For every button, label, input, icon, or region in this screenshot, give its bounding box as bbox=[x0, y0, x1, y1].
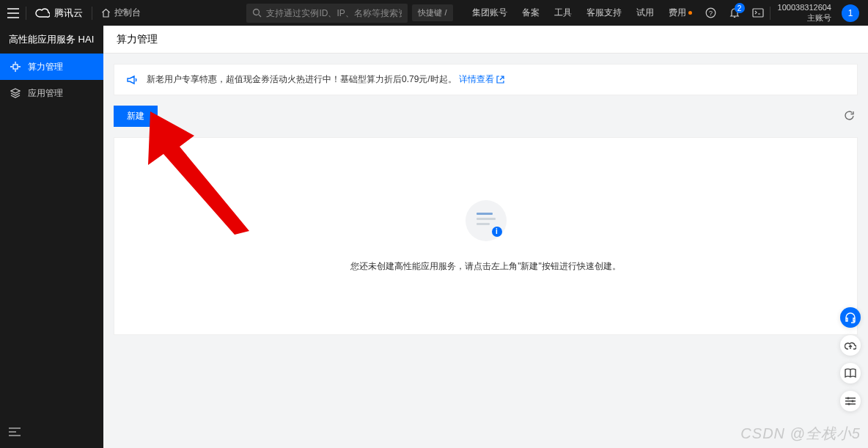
nav-help[interactable]: ? bbox=[699, 0, 723, 26]
shell: 高性能应用服务 HAI 算力管理 应用管理 算力管理 新老用户专享特惠，超值现金… bbox=[0, 26, 868, 448]
account-label: 主账号 bbox=[778, 13, 831, 23]
refresh-icon bbox=[844, 110, 855, 121]
nav-trial[interactable]: 试用 bbox=[629, 0, 661, 26]
help-circle-icon: ? bbox=[705, 7, 716, 18]
terminal-icon bbox=[752, 8, 764, 18]
page-title: 算力管理 bbox=[103, 26, 868, 54]
sidebar-item-compute[interactable]: 算力管理 bbox=[0, 54, 103, 80]
notice-banner: 新老用户专享特惠，超值现金券活动火热进行中！基础型算力折后0.79元/时起。 详… bbox=[114, 64, 858, 95]
sliders-icon bbox=[845, 397, 856, 405]
dot-indicator-icon bbox=[688, 11, 692, 15]
brand[interactable]: 腾讯云 bbox=[26, 7, 92, 20]
fab-feedback[interactable] bbox=[840, 335, 861, 356]
console-text: 控制台 bbox=[114, 7, 141, 19]
main: 算力管理 新老用户专享特惠，超值现金券活动火热进行中！基础型算力折后0.79元/… bbox=[103, 26, 868, 448]
svg-rect-4 bbox=[13, 65, 18, 69]
empty-panel: i 您还未创建高性能应用服务，请点击左上角"新建"按钮进行快速创建。 bbox=[114, 137, 858, 335]
menu-toggle[interactable] bbox=[0, 0, 26, 26]
new-button[interactable]: 新建 bbox=[114, 106, 158, 127]
console-link[interactable]: 控制台 bbox=[92, 7, 150, 19]
nav-tools[interactable]: 工具 bbox=[547, 0, 579, 26]
megaphone-icon bbox=[126, 74, 138, 86]
brand-text: 腾讯云 bbox=[54, 7, 83, 20]
hotkey-hint: 快捷键 / bbox=[412, 4, 452, 21]
sidebar-item-apps[interactable]: 应用管理 bbox=[0, 80, 103, 106]
svg-text:?: ? bbox=[709, 10, 713, 17]
top-nav-left: 腾讯云 控制台 bbox=[0, 0, 150, 26]
document-icon bbox=[477, 213, 496, 228]
cloud-up-icon bbox=[845, 340, 856, 350]
info-badge-icon: i bbox=[492, 227, 502, 237]
sidebar-title: 高性能应用服务 HAI bbox=[0, 26, 103, 54]
global-search[interactable] bbox=[246, 4, 408, 23]
svg-point-7 bbox=[851, 400, 853, 402]
sidebar-collapse[interactable] bbox=[9, 427, 21, 439]
home-icon bbox=[101, 8, 111, 18]
svg-rect-3 bbox=[753, 9, 763, 17]
refresh-button[interactable] bbox=[841, 107, 858, 126]
sidebar: 高性能应用服务 HAI 算力管理 应用管理 bbox=[0, 26, 103, 448]
notif-badge: 2 bbox=[735, 3, 745, 13]
notice-text: 新老用户专享特惠，超值现金券活动火热进行中！基础型算力折后0.79元/时起。 详… bbox=[147, 73, 504, 86]
sidebar-item-label: 算力管理 bbox=[28, 61, 63, 73]
toolbar: 新建 bbox=[114, 106, 858, 127]
nav-cloudshell[interactable] bbox=[746, 0, 770, 26]
headset-icon bbox=[845, 312, 856, 323]
nav-notifications[interactable]: 2 bbox=[723, 0, 746, 26]
external-link-icon bbox=[496, 76, 504, 84]
fab-settings[interactable] bbox=[840, 391, 861, 411]
collapse-icon bbox=[9, 427, 21, 437]
svg-point-8 bbox=[847, 403, 850, 405]
cloud-logo-icon bbox=[35, 8, 50, 18]
sidebar-item-label: 应用管理 bbox=[28, 87, 63, 100]
empty-illustration: i bbox=[466, 200, 507, 241]
avatar[interactable]: 1 bbox=[842, 4, 859, 22]
top-nav: 腾讯云 控制台 快捷键 / 集团账号 备案 工具 客服支持 试用 费用 ? 2 … bbox=[0, 0, 868, 26]
content: 新老用户专享特惠，超值现金券活动火热进行中！基础型算力折后0.79元/时起。 详… bbox=[103, 54, 868, 345]
search-input[interactable] bbox=[266, 8, 402, 18]
nav-group-account[interactable]: 集团账号 bbox=[465, 0, 515, 26]
apps-icon bbox=[10, 88, 21, 98]
compute-icon bbox=[10, 62, 21, 72]
svg-point-0 bbox=[254, 10, 260, 15]
hamburger-icon bbox=[7, 8, 19, 18]
svg-point-6 bbox=[847, 397, 849, 399]
search-icon bbox=[252, 8, 262, 18]
nav-cost[interactable]: 费用 bbox=[661, 0, 699, 26]
fab-column bbox=[840, 307, 861, 411]
book-icon bbox=[845, 368, 856, 378]
account-id: 100038312604 bbox=[778, 3, 831, 12]
fab-support[interactable] bbox=[840, 307, 861, 328]
nav-beian[interactable]: 备案 bbox=[515, 0, 547, 26]
fab-docs[interactable] bbox=[840, 363, 861, 383]
notice-link[interactable]: 详情查看 bbox=[459, 73, 504, 86]
empty-text: 您还未创建高性能应用服务，请点击左上角"新建"按钮进行快速创建。 bbox=[350, 260, 621, 273]
account-block[interactable]: 100038312604 主账号 bbox=[770, 3, 839, 22]
nav-support[interactable]: 客服支持 bbox=[579, 0, 629, 26]
